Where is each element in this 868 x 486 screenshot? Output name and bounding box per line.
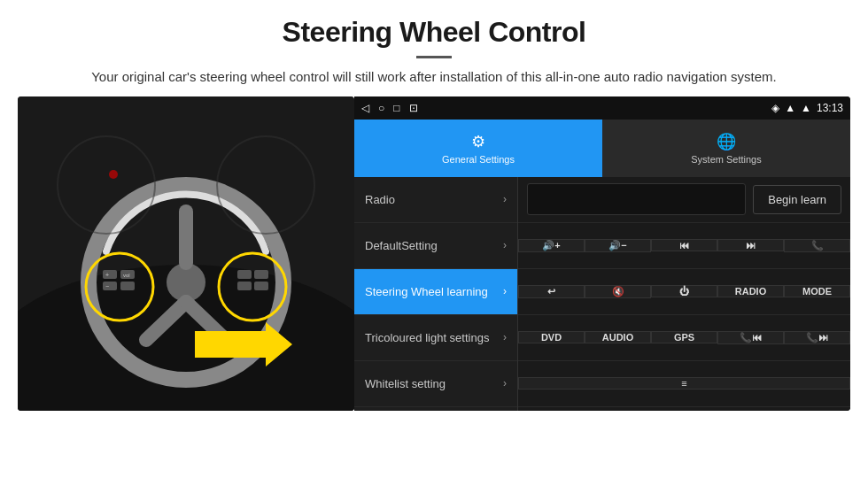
nav-back-icon[interactable]: ◁: [361, 102, 369, 114]
call-prev-button[interactable]: 📞⏮: [717, 331, 784, 344]
svg-text:−: −: [105, 283, 109, 289]
call-button[interactable]: 📞: [784, 239, 850, 252]
car-image-container: + − vol: [18, 96, 354, 411]
dvd-button[interactable]: DVD: [518, 331, 585, 343]
begin-learn-row: Begin learn: [518, 177, 850, 223]
tab-system[interactable]: 🌐 System Settings: [602, 120, 850, 177]
menu-item-tricoloured[interactable]: Tricoloured light settings ›: [354, 315, 517, 361]
mode-button[interactable]: MODE: [784, 285, 850, 297]
svg-text:vol: vol: [123, 273, 130, 278]
nav-recents-icon[interactable]: □: [393, 102, 399, 114]
power-button[interactable]: ⏻: [651, 285, 717, 297]
nav-home-icon[interactable]: ○: [378, 102, 384, 114]
audio-button[interactable]: AUDIO: [585, 331, 651, 343]
menu-item-steering-label: Steering Wheel learning: [365, 285, 488, 298]
signal-icon: ▲: [785, 102, 795, 114]
svg-rect-12: [120, 282, 135, 290]
menu-item-tricoloured-label: Tricoloured light settings: [365, 331, 489, 344]
call-next-button[interactable]: 📞⏭: [784, 331, 850, 344]
location-icon: ◈: [771, 102, 779, 114]
back-button[interactable]: ↩: [518, 285, 585, 298]
svg-text:+: +: [105, 272, 109, 278]
chevron-right-icon: ›: [503, 193, 507, 205]
chevron-right-icon: ›: [503, 331, 507, 343]
menu-list: Radio › DefaultSetting › Steering Wheel …: [354, 177, 518, 411]
list-icon-button[interactable]: ≡: [518, 377, 850, 390]
svg-rect-19: [254, 282, 268, 290]
prev-track-button[interactable]: ⏮: [651, 239, 717, 251]
control-row-5: ≡: [518, 361, 850, 407]
chevron-right-icon: ›: [503, 239, 507, 251]
control-row-3: ↩ 🔇 ⏻ RADIO MODE: [518, 269, 850, 315]
title-divider: [416, 56, 452, 58]
svg-rect-16: [237, 270, 252, 279]
control-row-2: 🔊+ 🔊− ⏮ ⏭ 📞: [518, 223, 850, 269]
menu-item-radio[interactable]: Radio ›: [354, 177, 517, 223]
page-title: Steering Wheel Control: [35, 16, 833, 49]
menu-item-radio-label: Radio: [365, 193, 395, 206]
android-status-bar: ◁ ○ □ ⊡ ◈ ▲ ▲ 13:13: [354, 96, 850, 120]
svg-point-22: [109, 170, 118, 179]
chevron-right-icon: ›: [503, 377, 507, 390]
menu-item-steering[interactable]: Steering Wheel learning ›: [354, 269, 517, 315]
vol-down-button[interactable]: 🔊−: [585, 239, 651, 252]
nav-cast-icon[interactable]: ⊡: [409, 102, 418, 114]
chevron-right-icon: ›: [503, 285, 507, 297]
system-settings-label: System Settings: [691, 154, 761, 165]
vol-up-button[interactable]: 🔊+: [518, 239, 585, 252]
next-track-button[interactable]: ⏭: [717, 239, 784, 251]
settings-tabs: ⚙ General Settings 🌐 System Settings: [354, 120, 850, 177]
begin-learn-button[interactable]: Begin learn: [753, 185, 841, 214]
control-panel: Begin learn 🔊+ 🔊− ⏮ ⏭ 📞 ↩ 🔇 ⏻ RADIO: [518, 177, 850, 411]
clock: 13:13: [817, 102, 843, 114]
menu-item-default-label: DefaultSetting: [365, 239, 438, 252]
android-ui: ◁ ○ □ ⊡ ◈ ▲ ▲ 13:13 ⚙ General Settings 🌐…: [354, 96, 850, 411]
general-settings-label: General Settings: [442, 154, 515, 165]
globe-icon: 🌐: [717, 132, 736, 151]
page-header: Steering Wheel Control Your original car…: [0, 0, 868, 96]
mute-button[interactable]: 🔇: [585, 285, 651, 298]
control-row-4: DVD AUDIO GPS 📞⏮ 📞⏭: [518, 315, 850, 361]
svg-rect-18: [254, 270, 268, 279]
menu-item-default[interactable]: DefaultSetting ›: [354, 223, 517, 269]
page-subtitle: Your original car's steering wheel contr…: [35, 67, 833, 88]
gps-button[interactable]: GPS: [651, 331, 717, 343]
svg-rect-17: [237, 282, 252, 290]
gear-icon: ⚙: [471, 132, 485, 151]
tab-general[interactable]: ⚙ General Settings: [354, 120, 602, 177]
menu-item-whitelist[interactable]: Whitelist setting ›: [354, 361, 517, 407]
learn-input[interactable]: [527, 183, 746, 215]
menu-item-whitelist-label: Whitelist setting: [365, 377, 446, 390]
wifi-icon: ▲: [801, 102, 811, 114]
radio-button[interactable]: RADIO: [717, 285, 784, 297]
